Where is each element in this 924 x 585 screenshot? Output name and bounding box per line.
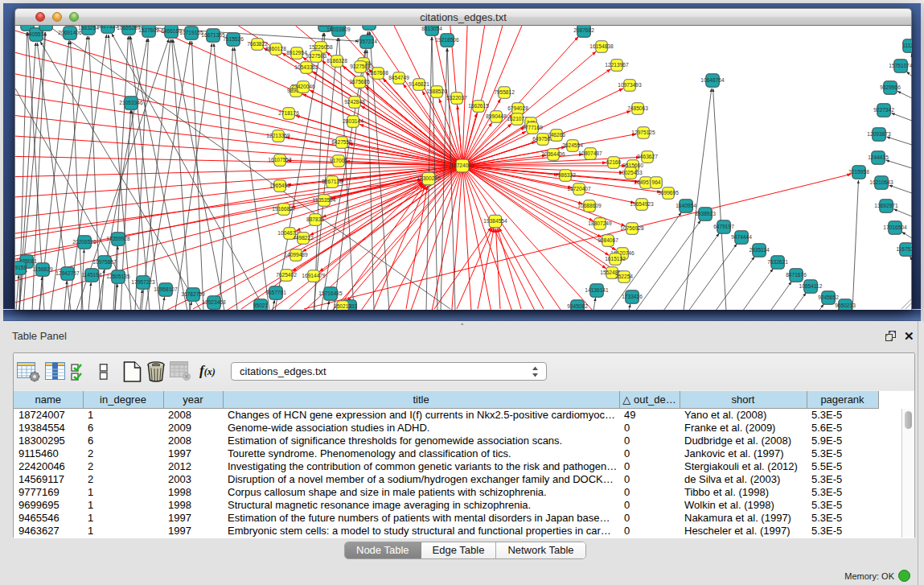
- svg-text:15720407: 15720407: [567, 186, 591, 192]
- svg-text:19654923: 19654923: [630, 201, 654, 207]
- svg-text:12923468: 12923468: [202, 299, 226, 305]
- svg-text:3215958: 3215958: [848, 169, 869, 175]
- svg-text:21053346: 21053346: [119, 100, 143, 105]
- svg-text:8813054: 8813054: [421, 26, 442, 31]
- svg-text:8938923: 8938923: [695, 211, 716, 216]
- svg-text:1563254: 1563254: [78, 26, 99, 31]
- svg-text:15751074: 15751074: [889, 63, 912, 68]
- svg-text:18300295: 18300295: [417, 175, 441, 181]
- svg-text:8186328: 8186328: [326, 58, 347, 64]
- svg-text:16671355: 16671355: [201, 32, 225, 38]
- svg-text:16107553: 16107553: [268, 157, 292, 163]
- svg-text:16154838: 16154838: [589, 43, 614, 49]
- svg-text:1244415: 1244415: [868, 154, 889, 160]
- svg-text:6479197: 6479197: [713, 224, 734, 229]
- svg-text:10654112: 10654112: [799, 283, 823, 289]
- svg-text:12093873: 12093873: [867, 131, 891, 137]
- svg-text:3624554: 3624554: [562, 142, 583, 148]
- svg-text:2935114: 2935114: [749, 247, 770, 253]
- svg-text:8912954: 8912954: [286, 50, 307, 56]
- svg-text:14136141: 14136141: [585, 287, 609, 293]
- svg-text:9327508: 9327508: [350, 64, 371, 69]
- svg-text:19384554: 19384554: [483, 218, 507, 224]
- svg-text:10025433: 10025433: [618, 170, 643, 175]
- svg-text:252254: 252254: [615, 274, 633, 279]
- svg-text:2803144: 2803144: [343, 118, 363, 124]
- svg-text:4498222: 4498222: [293, 235, 314, 241]
- svg-text:8454749: 8454749: [388, 75, 409, 80]
- svg-text:3675685: 3675685: [349, 79, 370, 84]
- svg-text:7485063: 7485063: [627, 105, 648, 111]
- svg-text:9657791: 9657791: [265, 290, 286, 295]
- svg-text:1615132: 1615132: [605, 256, 626, 262]
- svg-text:7515526: 7515526: [223, 36, 244, 42]
- svg-text:9146821: 9146821: [409, 81, 429, 87]
- svg-text:10975867: 10975867: [92, 259, 117, 265]
- svg-text:11353594: 11353594: [313, 197, 336, 203]
- svg-text:12942757: 12942757: [55, 270, 80, 276]
- svg-text:9084067: 9084067: [598, 237, 618, 243]
- svg-text:6794028: 6794028: [507, 105, 528, 111]
- svg-text:8471676: 8471676: [786, 272, 807, 278]
- svg-text:2087682: 2087682: [573, 27, 594, 33]
- svg-text:917006: 917006: [330, 158, 347, 163]
- svg-text:9245652: 9245652: [818, 295, 839, 300]
- svg-text:2718176: 2718176: [278, 110, 299, 116]
- svg-text:16033809: 16033809: [326, 27, 351, 32]
- svg-text:12213369: 12213369: [266, 133, 290, 138]
- svg-text:17957223: 17957223: [131, 279, 155, 285]
- svg-text:5322037: 5322037: [446, 95, 467, 101]
- svg-text:1145194: 1145194: [81, 272, 102, 278]
- svg-text:12213967: 12213967: [605, 62, 629, 68]
- svg-text:1167533: 1167533: [896, 246, 912, 252]
- svg-text:9463627: 9463627: [637, 154, 658, 159]
- svg-text:16210643: 16210643: [869, 179, 893, 185]
- svg-text:17359928: 17359928: [106, 236, 130, 241]
- svg-text:23420046: 23420046: [291, 84, 315, 89]
- svg-text:10655287: 10655287: [117, 26, 141, 31]
- svg-text:12505135: 12505135: [106, 274, 130, 279]
- svg-text:8267130: 8267130: [322, 179, 343, 184]
- svg-text:1860: 1860: [40, 26, 52, 27]
- svg-text:8990448: 8990448: [486, 113, 507, 119]
- svg-text:1640954: 1640954: [676, 203, 696, 208]
- svg-text:7955812: 7955812: [494, 89, 515, 95]
- svg-text:9474444: 9474444: [731, 234, 752, 240]
- svg-text:19166827: 19166827: [272, 206, 296, 212]
- svg-text:16914479: 16914479: [302, 273, 326, 278]
- svg-text:1362615: 1362615: [468, 103, 489, 109]
- svg-text:1588520: 1588520: [426, 89, 447, 94]
- svg-text:10648764: 10648764: [700, 77, 725, 83]
- svg-text:39159: 39159: [15, 265, 27, 270]
- svg-text:9699695: 9699695: [658, 190, 679, 196]
- svg-text:2867608: 2867608: [368, 70, 388, 76]
- svg-text:1733426: 1733426: [622, 294, 643, 299]
- svg-text:20206576: 20206576: [72, 239, 97, 245]
- svg-text:18807249: 18807249: [588, 220, 612, 226]
- svg-text:16782759: 16782759: [181, 291, 205, 297]
- svg-text:11127: 11127: [902, 43, 912, 48]
- svg-text:1965493: 1965493: [269, 183, 290, 188]
- svg-text:10543362: 10543362: [294, 64, 318, 70]
- svg-text:7632621: 7632621: [767, 259, 788, 265]
- svg-text:10688609: 10688609: [577, 203, 602, 208]
- svg-text:13692971: 13692971: [874, 203, 898, 208]
- svg-text:14099489: 14099489: [284, 252, 308, 257]
- svg-text:7986322: 7986322: [555, 172, 576, 178]
- svg-text:20691406: 20691406: [58, 30, 82, 35]
- svg-text:1156829: 1156829: [32, 266, 53, 272]
- svg-text:746266: 746266: [548, 132, 565, 138]
- svg-text:1527602: 1527602: [138, 27, 159, 33]
- svg-text:18724007: 18724007: [450, 163, 474, 168]
- svg-text:10973493: 10973493: [618, 82, 642, 88]
- svg-text:9777169: 9777169: [522, 125, 543, 130]
- svg-text:9927355: 9927355: [97, 26, 118, 29]
- svg-text:964: 964: [651, 179, 660, 185]
- svg-text:17016504: 17016504: [883, 225, 907, 230]
- svg-text:9329966: 9329966: [880, 84, 901, 90]
- svg-text:1405571: 1405571: [17, 26, 38, 27]
- svg-text:9242848: 9242848: [344, 99, 365, 105]
- svg-text:95021: 95021: [253, 303, 269, 308]
- svg-text:15716485: 15716485: [318, 290, 343, 296]
- svg-text:887833: 887833: [306, 216, 324, 222]
